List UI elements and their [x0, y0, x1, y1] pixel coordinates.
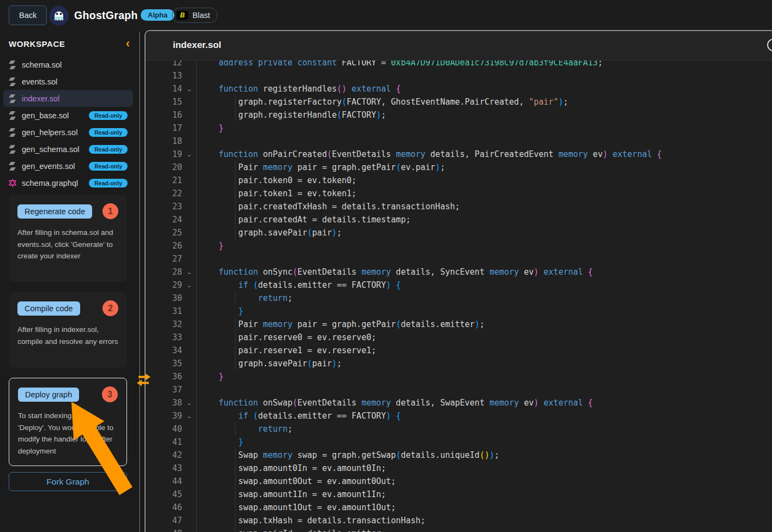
- fold-chevron-icon[interactable]: ⌄: [182, 396, 196, 409]
- indent-guide: [235, 318, 236, 331]
- compile-code-button[interactable]: Compile code: [17, 301, 80, 316]
- code-line-37[interactable]: 37: [146, 383, 772, 396]
- code-line-13[interactable]: 13: [146, 69, 772, 82]
- blast-network-badge[interactable]: B Blast: [172, 8, 218, 23]
- line-number: 29: [146, 279, 182, 292]
- code-text: pair.token1 = ev.token1;: [196, 187, 772, 200]
- solidity-icon: [9, 61, 16, 69]
- code-line-23[interactable]: 23 pair.createdTxHash = details.transact…: [146, 200, 772, 213]
- back-button[interactable]: Back: [9, 5, 47, 25]
- fold-spacer: [182, 95, 196, 108]
- code-line-20[interactable]: 20 Pair memory pair = graph.getPair(ev.p…: [146, 161, 772, 174]
- fold-chevron-icon[interactable]: ⌄: [182, 279, 196, 292]
- code-line-22[interactable]: 22 pair.token1 = ev.token1;: [146, 187, 772, 200]
- code-text: }: [196, 370, 772, 383]
- code-line-34[interactable]: 34 pair.reserve1 = ev.reserve1;: [146, 344, 772, 357]
- fold-chevron-icon[interactable]: ⌄: [182, 148, 196, 161]
- code-text: function onPairCreated(EventDetails memo…: [196, 148, 772, 161]
- code-line-40[interactable]: 40 return;: [146, 422, 772, 436]
- line-number: 34: [146, 344, 182, 357]
- code-line-19[interactable]: 19⌄function onPairCreated(EventDetails m…: [146, 148, 772, 161]
- readonly-badge: Read-only: [89, 111, 128, 120]
- sidebar-file-gen_base-sol[interactable]: gen_base.solRead-only: [3, 107, 133, 124]
- code-line-45[interactable]: 45 swap.amount1In = ev.amount1In;: [146, 488, 772, 501]
- line-number: 12: [146, 61, 182, 69]
- code-text: pair.token0 = ev.token0;: [196, 174, 772, 187]
- code-line-42[interactable]: 42 Swap memory swap = graph.getSwap(deta…: [146, 449, 772, 462]
- line-number: 32: [146, 318, 182, 331]
- blast-logo-icon: B: [177, 11, 188, 20]
- solidity-icon: [9, 111, 16, 120]
- sidebar-file-schema-graphql[interactable]: schema.graphqlRead-only: [3, 174, 133, 191]
- code-line-31[interactable]: 31 }: [146, 305, 772, 318]
- code-line-26[interactable]: 26}: [146, 239, 772, 252]
- sidebar-file-gen_events-sol[interactable]: gen_events.solRead-only: [3, 158, 133, 174]
- code-line-15[interactable]: 15 graph.registerFactory(FACTORY, GhostE…: [146, 95, 772, 108]
- deploy-graph-button[interactable]: Deploy graph: [18, 388, 79, 402]
- code-line-25[interactable]: 25 graph.savePair(pair);: [146, 226, 772, 239]
- code-line-14[interactable]: 14⌄function registerHandles() external {: [146, 82, 772, 95]
- line-number: 35: [146, 357, 182, 370]
- code-line-24[interactable]: 24 pair.createdAt = details.timestamp;: [146, 213, 772, 226]
- fold-spacer: [182, 422, 196, 436]
- resize-handle-icon[interactable]: [134, 372, 154, 388]
- line-number: 16: [146, 108, 182, 122]
- code-area[interactable]: 12address private constant FACTORY = 0xb…: [146, 61, 772, 532]
- fold-spacer: [182, 357, 196, 370]
- code-line-46[interactable]: 46 swap.amount1Out = ev.amount1Out;: [146, 501, 772, 514]
- indent-guide: [235, 226, 236, 239]
- code-text: swap.amount0In = ev.amount0In;: [196, 462, 772, 475]
- code-line-30[interactable]: 30 return;: [146, 292, 772, 305]
- editor-file-title: indexer.sol: [173, 40, 221, 51]
- code-line-16[interactable]: 16 graph.registerHandle(FACTORY);: [146, 108, 772, 122]
- sidebar-file-schema-sol[interactable]: schema.sol: [3, 56, 133, 73]
- code-text: swap.amount1Out = ev.amount1Out;: [196, 501, 772, 514]
- fold-chevron-icon[interactable]: ⌄: [182, 82, 196, 95]
- code-line-29[interactable]: 29⌄ if (details.emitter == FACTORY) {: [146, 279, 772, 292]
- code-line-47[interactable]: 47 swap.txHash = details.transactionHash…: [146, 514, 772, 527]
- fold-chevron-icon[interactable]: ⌄: [182, 409, 196, 422]
- sidebar-file-events-sol[interactable]: events.sol: [3, 73, 133, 90]
- code-line-33[interactable]: 33 pair.reserve0 = ev.reserve0;: [146, 331, 772, 344]
- step-panel-2: Compile code2After filling in indexer.so…: [9, 292, 127, 368]
- code-text: function onSwap(EventDetails memory deta…: [196, 396, 772, 409]
- code-line-27[interactable]: 27: [146, 252, 772, 265]
- regenerate-code-button[interactable]: Regenerate code: [17, 204, 92, 219]
- code-line-17[interactable]: 17}: [146, 122, 772, 135]
- collapse-sidebar-icon[interactable]: ‹: [126, 37, 130, 51]
- code-line-38[interactable]: 38⌄function onSwap(EventDetails memory d…: [146, 396, 772, 409]
- code-line-35[interactable]: 35 graph.savePair(pair);: [146, 357, 772, 370]
- step-panel-1: Regenerate code1After filling in schema.…: [9, 195, 127, 282]
- code-line-12[interactable]: 12address private constant FACTORY = 0xb…: [146, 61, 772, 69]
- code-line-41[interactable]: 41 }: [146, 436, 772, 449]
- file-label: gen_schema.sol: [22, 145, 80, 154]
- app-title: GhostGraph: [74, 9, 138, 22]
- fold-spacer: [182, 135, 196, 148]
- code-line-48[interactable]: 48 swap.pairId = details.emitter;: [146, 527, 772, 532]
- code-line-44[interactable]: 44 swap.amount0Out = ev.amount0Out;: [146, 475, 772, 488]
- code-line-43[interactable]: 43 swap.amount0In = ev.amount0In;: [146, 462, 772, 475]
- fold-spacer: [182, 200, 196, 213]
- readonly-badge: Read-only: [89, 162, 128, 171]
- sidebar-file-gen_helpers-sol[interactable]: gen_helpers.solRead-only: [3, 124, 133, 141]
- readonly-badge: Read-only: [89, 179, 128, 188]
- code-text: return;: [196, 422, 772, 436]
- code-text: swap.pairId = details.emitter;: [196, 527, 772, 532]
- code-line-21[interactable]: 21 pair.token0 = ev.token0;: [146, 174, 772, 187]
- fork-graph-button[interactable]: Fork Graph: [9, 472, 127, 491]
- code-line-32[interactable]: 32 Pair memory pair = graph.getPair(deta…: [146, 318, 772, 331]
- code-line-36[interactable]: 36}: [146, 370, 772, 383]
- code-text: Swap memory swap = graph.getSwap(details…: [196, 449, 772, 462]
- indent-guide: [235, 187, 236, 200]
- code-text: swap.txHash = details.transactionHash;: [196, 514, 772, 527]
- code-line-18[interactable]: 18: [146, 135, 772, 148]
- code-line-39[interactable]: 39⌄ if (details.emitter == FACTORY) {: [146, 409, 772, 422]
- gear-icon[interactable]: [767, 39, 772, 51]
- graphql-icon: [9, 179, 16, 188]
- code-line-28[interactable]: 28⌄function onSync(EventDetails memory d…: [146, 265, 772, 279]
- sidebar-file-indexer-sol[interactable]: indexer.sol: [3, 90, 133, 107]
- code-text: graph.registerFactory(FACTORY, GhostEven…: [196, 95, 772, 108]
- sidebar-file-gen_schema-sol[interactable]: gen_schema.solRead-only: [3, 141, 133, 158]
- step-number-badge: 1: [102, 203, 118, 219]
- fold-chevron-icon[interactable]: ⌄: [182, 265, 196, 279]
